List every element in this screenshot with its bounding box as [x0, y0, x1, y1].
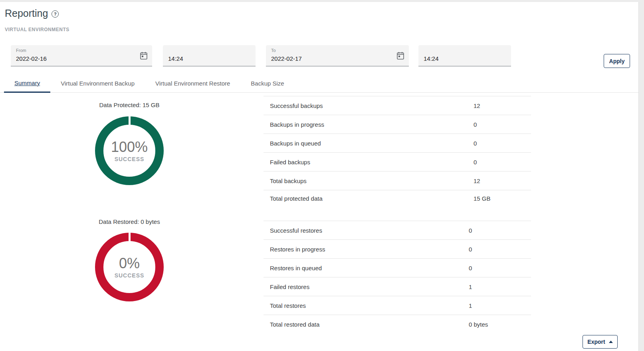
- table-row: Total restores 1: [264, 296, 531, 315]
- donut-notch: [129, 116, 131, 126]
- restore-success-percent: 0%: [119, 255, 140, 271]
- to-date-field[interactable]: To 2022-02-17: [266, 45, 409, 66]
- row-label: Total protected data: [264, 195, 323, 202]
- to-time-field[interactable]: 14:24: [418, 45, 511, 66]
- data-restored-title: Data Restored: 0 bytes: [50, 218, 209, 225]
- table-row: Total restored data 0 bytes: [264, 315, 531, 333]
- apply-button[interactable]: Apply: [604, 54, 630, 68]
- table-row: Restores in progress 0: [264, 240, 531, 259]
- export-button[interactable]: Export: [583, 335, 618, 349]
- calendar-icon[interactable]: [397, 52, 404, 61]
- table-row: Failed backups 0: [264, 153, 531, 172]
- from-date-label: From: [16, 48, 26, 53]
- from-date-field[interactable]: From 2022-02-16: [11, 45, 152, 66]
- to-time-value: 14:24: [424, 55, 439, 62]
- to-date-value: 2022-02-17: [271, 55, 302, 62]
- caret-up-icon: [609, 341, 613, 343]
- table-row: Total backups 12: [264, 172, 531, 190]
- backups-table: Successful backups 12 Backups in progres…: [264, 96, 531, 221]
- restore-success-caption: SUCCESS: [115, 272, 145, 279]
- row-value: 1: [469, 283, 472, 290]
- data-protected-title: Data Protected: 15 GB: [50, 102, 209, 108]
- table-row: Successful restores 0: [264, 221, 531, 240]
- tab-virtual-environment-restore[interactable]: Virtual Environment Restore: [145, 74, 240, 92]
- table-row: Successful backups 12: [264, 96, 531, 115]
- row-value: 0: [469, 246, 472, 253]
- row-value: 0: [469, 227, 472, 234]
- row-label: Restores in queued: [264, 265, 322, 271]
- restores-table: Successful restores 0 Restores in progre…: [264, 221, 531, 333]
- row-value: 12: [474, 102, 480, 109]
- summary-tables: Successful backups 12 Backups in progres…: [264, 96, 531, 333]
- table-row: Failed restores 1: [264, 277, 531, 296]
- row-label: Backups in progress: [264, 121, 324, 128]
- help-icon[interactable]: ?: [52, 10, 59, 18]
- tab-backup-size[interactable]: Backup Size: [240, 74, 294, 92]
- table-row: Backups in queued 0: [264, 134, 531, 153]
- row-value: 1: [469, 302, 472, 309]
- row-label: Successful restores: [264, 227, 322, 234]
- row-value: 15 GB: [474, 195, 491, 202]
- export-button-label: Export: [587, 339, 605, 345]
- table-row: Backups in progress 0: [264, 115, 531, 134]
- tab-summary[interactable]: Summary: [4, 74, 50, 93]
- row-value: 0: [474, 140, 477, 147]
- from-time-field[interactable]: 14:24: [163, 45, 256, 66]
- row-label: Successful backups: [264, 102, 323, 109]
- row-value: 0: [474, 159, 477, 166]
- tab-virtual-environment-backup[interactable]: Virtual Environment Backup: [50, 74, 145, 92]
- row-label: Total restores: [264, 302, 306, 309]
- backup-success-caption: SUCCESS: [115, 156, 145, 162]
- donut-notch: [129, 232, 131, 242]
- page-title: Reporting ?: [5, 8, 59, 19]
- calendar-icon[interactable]: [140, 52, 147, 61]
- table-row: Restores in queued 0: [264, 259, 531, 277]
- row-label: Total restored data: [264, 321, 319, 328]
- from-date-value: 2022-02-16: [16, 55, 47, 62]
- restore-success-donut-chart: 0% SUCCESS: [95, 233, 164, 301]
- page-title-text: Reporting: [5, 8, 48, 19]
- row-label: Failed backups: [264, 159, 310, 166]
- section-label: VIRTUAL ENVIRONMENTS: [5, 27, 69, 32]
- row-label: Backups in queued: [264, 140, 321, 147]
- row-value: 0: [474, 121, 477, 128]
- to-date-label: To: [271, 48, 276, 53]
- row-value: 0 bytes: [469, 321, 488, 328]
- from-time-value: 14:24: [168, 55, 183, 62]
- row-label: Restores in progress: [264, 246, 325, 253]
- backup-success-percent: 100%: [111, 139, 148, 155]
- row-value: 0: [469, 265, 472, 271]
- row-label: Total backups: [264, 177, 307, 184]
- row-value: 12: [474, 177, 480, 184]
- backup-success-donut-chart: 100% SUCCESS: [95, 116, 164, 185]
- row-label: Failed restores: [264, 283, 309, 290]
- table-row: Total protected data 15 GB: [264, 190, 531, 221]
- content-card: Reporting ? VIRTUAL ENVIRONMENTS From 20…: [0, 2, 639, 351]
- tab-bar: Summary Virtual Environment Backup Virtu…: [0, 74, 638, 93]
